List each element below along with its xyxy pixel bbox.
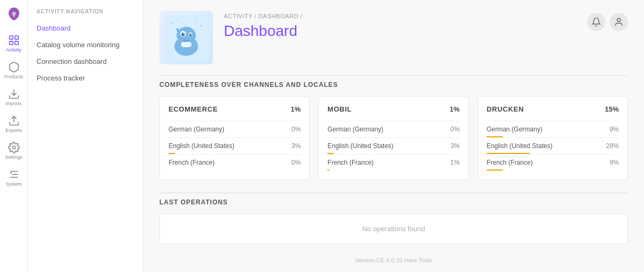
imports-label: Imports [5,101,21,106]
top-right-icons [587,11,628,31]
channel-name-mobil: MOBIL [327,105,352,113]
nav-item-catalog-volume[interactable]: Catalog volume monitoring [28,36,143,53]
nav-item-connection-dashboard[interactable]: Connection dashboard [28,53,143,70]
svg-rect-3 [14,41,18,45]
channel-pct-mobil: 1% [450,105,460,113]
products-label: Products [4,74,24,79]
last-operations-section-header: LAST OPERATIONS [159,193,628,206]
locale-pct: 0% [291,126,301,133]
user-menu-button[interactable] [610,13,628,31]
settings-label: Settings [5,155,23,160]
svg-point-13 [177,20,178,21]
svg-point-24 [184,38,186,39]
svg-rect-2 [9,41,12,45]
svg-point-15 [195,19,196,20]
locale-name: English (United States) [169,142,235,150]
locale-row: German (Germany) 0% [327,121,459,137]
top-bar: ACTIVITY / DASHBOARD / Dashboard [159,11,628,64]
main-content: ACTIVITY / DASHBOARD / Dashboard COMPLET… [143,0,644,272]
locale-row: French (France) 9% [487,154,619,171]
sidebar-item-imports[interactable]: Imports [0,85,27,109]
channel-card-drucken: DRUCKEN 15% German (Germany) 9% English … [478,96,628,180]
locale-pct: 9% [610,126,619,133]
svg-rect-0 [9,36,12,39]
locale-name: French (France) [487,159,533,166]
icon-nav: Activity Products Imports Exports Settin… [0,0,28,272]
locale-pct: 28% [606,142,619,150]
svg-point-23 [189,33,192,36]
locale-name: German (Germany) [169,126,224,133]
locale-bar [327,170,330,171]
sidebar-item-system[interactable]: System [0,165,27,190]
app-logo [5,5,23,23]
no-operations-message: No operations found [159,214,628,244]
locale-name: German (Germany) [327,126,383,133]
channel-pct-drucken: 15% [605,105,619,113]
activity-sidebar: ACTIVITY NAVIGATION Dashboard Catalog vo… [28,0,143,272]
nav-item-dashboard[interactable]: Dashboard [28,20,143,36]
locale-pct: 3% [291,142,301,150]
sidebar-item-settings[interactable]: Settings [0,138,27,163]
nav-item-process-tracker[interactable]: Process tracker [28,70,143,86]
sidebar-section-title: ACTIVITY NAVIGATION [28,9,143,20]
exports-label: Exports [5,128,22,133]
locale-row: French (France) 1% [327,154,459,171]
breadcrumb-area: ACTIVITY / DASHBOARD / Dashboard [159,11,302,64]
locale-pct: 3% [450,142,459,150]
locale-row: German (Germany) 9% [487,121,619,137]
svg-point-6 [12,146,16,149]
locale-row: English (United States) 3% [327,137,459,154]
locale-pct: 1% [450,159,459,166]
locale-name: English (United States) [327,142,393,150]
locale-name: German (Germany) [487,126,543,133]
mascot-box [159,11,213,64]
activity-label: Activity [6,47,21,53]
locale-row: French (France) 0% [169,154,301,171]
locale-row: German (Germany) 0% [169,121,301,137]
sidebar-item-products[interactable]: Products [0,58,27,83]
channel-header-mobil: MOBIL 1% [327,105,459,113]
svg-point-20 [181,32,185,36]
svg-rect-18 [181,42,192,47]
channel-header-ecommerce: ECOMMERCE 1% [169,105,301,113]
channel-pct-ecommerce: 1% [291,105,301,113]
svg-point-25 [617,18,620,21]
locale-name: English (United States) [487,142,553,150]
system-label: System [5,181,21,187]
svg-rect-1 [14,36,18,39]
locale-pct: 0% [450,126,459,133]
channel-card-ecommerce: ECOMMERCE 1% German (Germany) 0% English… [159,96,310,180]
version-info: Version:CE 4.0.20 Hare Tonic [159,257,628,263]
channel-card-mobil: MOBIL 1% German (Germany) 0% English (Un… [318,96,469,180]
locale-name: French (France) [169,159,215,166]
channel-name-ecommerce: ECOMMERCE [169,105,218,113]
sidebar-item-exports[interactable]: Exports [0,112,27,136]
channels-grid: ECOMMERCE 1% German (Germany) 0% English… [159,96,628,180]
sidebar-item-activity[interactable]: Activity [0,31,27,56]
locale-row: English (United States) 28% [487,137,619,154]
breadcrumb: ACTIVITY / DASHBOARD / [224,13,302,19]
completeness-section-header: COMPLETENESS OVER CHANNELS AND LOCALES [159,75,628,89]
locale-pct: 9% [610,159,619,166]
breadcrumb-title-area: ACTIVITY / DASHBOARD / Dashboard [224,11,302,40]
channel-name-drucken: DRUCKEN [487,105,524,113]
notifications-button[interactable] [587,13,605,31]
svg-point-14 [200,25,202,26]
channel-header-drucken: DRUCKEN 15% [487,105,619,113]
svg-point-12 [171,22,172,24]
locale-bar [487,170,503,171]
locale-pct: 0% [291,159,301,166]
page-title: Dashboard [224,23,302,40]
locale-row: English (United States) 3% [169,137,301,154]
svg-point-21 [183,33,184,34]
locale-name: French (France) [327,159,374,166]
